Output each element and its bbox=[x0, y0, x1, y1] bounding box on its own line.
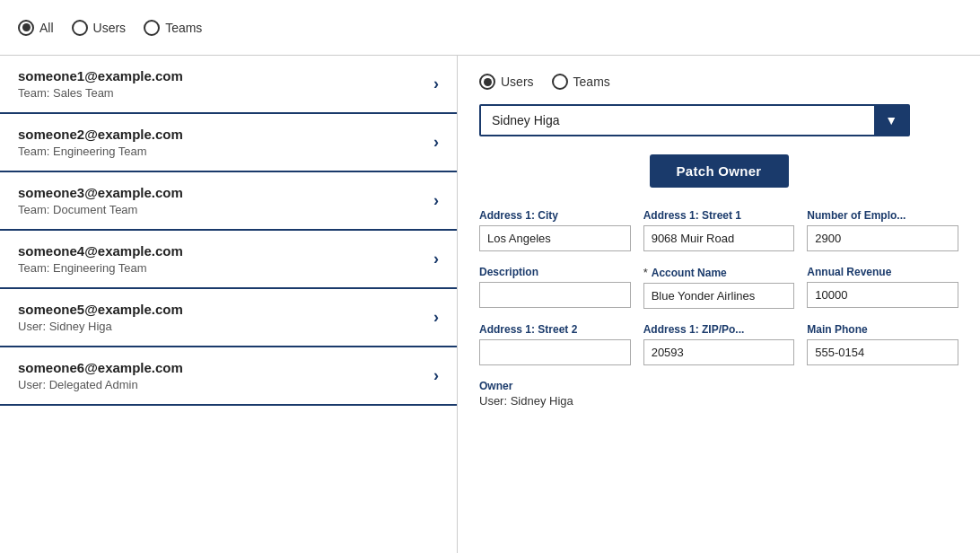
field-input[interactable] bbox=[643, 339, 795, 365]
field-input[interactable] bbox=[807, 282, 958, 308]
list-item[interactable]: someone5@example.com User: Sidney Higa › bbox=[0, 289, 457, 347]
list-item-email: someone2@example.com bbox=[18, 127, 183, 142]
list-item[interactable]: someone4@example.com Team: Engineering T… bbox=[0, 231, 457, 289]
list-item-sub: Team: Document Team bbox=[18, 203, 183, 216]
radio-users-circle bbox=[72, 20, 88, 36]
list-item-content: someone1@example.com Team: Sales Team bbox=[18, 68, 183, 100]
right-radio-bar: Users Teams bbox=[479, 74, 958, 90]
radio-all-circle bbox=[18, 20, 34, 36]
field-group: Address 1: City bbox=[479, 209, 631, 251]
radio-teams[interactable]: Teams bbox=[144, 20, 202, 36]
field-input[interactable] bbox=[643, 225, 795, 251]
field-input[interactable] bbox=[807, 225, 958, 251]
right-radio-teams[interactable]: Teams bbox=[552, 74, 610, 90]
list-item-content: someone5@example.com User: Sidney Higa bbox=[18, 302, 183, 333]
list-item-email: someone6@example.com bbox=[18, 360, 183, 375]
patch-owner-button[interactable]: Patch Owner bbox=[650, 154, 789, 188]
list-item-content: someone4@example.com Team: Engineering T… bbox=[18, 243, 183, 275]
field-label: Number of Emplo... bbox=[807, 209, 958, 222]
required-star: * bbox=[643, 266, 648, 279]
owner-section: Owner User: Sidney Higa bbox=[479, 380, 958, 408]
list-item[interactable]: someone6@example.com User: Delegated Adm… bbox=[0, 347, 457, 406]
list-item-email: someone3@example.com bbox=[18, 185, 183, 200]
radio-users[interactable]: Users bbox=[72, 20, 127, 36]
field-label: Annual Revenue bbox=[807, 266, 958, 278]
field-label: Address 1: ZIP/Po... bbox=[643, 323, 795, 336]
right-radio-teams-label: Teams bbox=[573, 75, 610, 89]
content-area: someone1@example.com Team: Sales Team › … bbox=[0, 56, 980, 553]
right-radio-users-circle bbox=[479, 74, 495, 90]
list-item-content: someone3@example.com Team: Document Team bbox=[18, 185, 183, 216]
chevron-right-icon: › bbox=[433, 191, 439, 210]
dropdown-value: Sidney Higa bbox=[481, 106, 874, 135]
field-group: Address 1: Street 2 bbox=[479, 323, 631, 365]
field-input[interactable] bbox=[479, 282, 631, 308]
list-item[interactable]: someone3@example.com Team: Document Team… bbox=[0, 172, 457, 231]
field-group: Number of Emplo... bbox=[807, 209, 958, 251]
list-item-email: someone1@example.com bbox=[18, 68, 183, 83]
chevron-down-icon: ▼ bbox=[885, 113, 897, 127]
radio-teams-circle bbox=[144, 20, 160, 36]
field-group: Address 1: Street 1 bbox=[643, 209, 795, 251]
form-grid: Address 1: CityAddress 1: Street 1Number… bbox=[479, 209, 958, 365]
chevron-right-icon: › bbox=[433, 250, 439, 268]
field-label: Description bbox=[479, 266, 631, 278]
field-label: Address 1: Street 2 bbox=[479, 323, 631, 336]
list-item-email: someone5@example.com bbox=[18, 302, 183, 317]
chevron-right-icon: › bbox=[433, 308, 439, 327]
field-group: Description bbox=[479, 266, 631, 309]
list-item[interactable]: someone1@example.com Team: Sales Team › bbox=[0, 56, 457, 114]
list-item-sub: User: Delegated Admin bbox=[18, 378, 183, 391]
field-input[interactable] bbox=[643, 283, 795, 309]
chevron-right-icon: › bbox=[433, 133, 439, 152]
field-group: * Account Name bbox=[643, 266, 795, 309]
right-radio-users-label: Users bbox=[501, 75, 534, 89]
right-radio-teams-circle bbox=[552, 74, 568, 90]
field-label: Main Phone bbox=[807, 323, 958, 336]
list-item-sub: User: Sidney Higa bbox=[18, 320, 183, 333]
list-item-email: someone4@example.com bbox=[18, 243, 183, 259]
top-radio-bar: All Users Teams bbox=[0, 0, 980, 56]
list-item-sub: Team: Sales Team bbox=[18, 86, 183, 100]
right-radio-users[interactable]: Users bbox=[479, 74, 534, 90]
dropdown-btn[interactable]: ▼ bbox=[874, 106, 908, 135]
radio-all-label: All bbox=[39, 21, 54, 35]
list-item-content: someone2@example.com Team: Engineering T… bbox=[18, 127, 183, 158]
radio-users-label: Users bbox=[93, 21, 127, 35]
radio-teams-label: Teams bbox=[165, 21, 202, 35]
list-item-sub: Team: Engineering Team bbox=[18, 145, 183, 158]
radio-all[interactable]: All bbox=[18, 20, 54, 36]
field-label: Account Name bbox=[652, 267, 727, 279]
field-group: Annual Revenue bbox=[807, 266, 958, 309]
field-input[interactable] bbox=[479, 225, 631, 251]
chevron-right-icon: › bbox=[433, 366, 439, 385]
main-container: All Users Teams someone1@example.com Tea… bbox=[0, 0, 980, 553]
field-group: Main Phone bbox=[807, 323, 958, 365]
list-item-sub: Team: Engineering Team bbox=[18, 261, 183, 275]
owner-label: Owner bbox=[479, 380, 958, 392]
right-panel: Users Teams Sidney Higa ▼ Patch Owner Ad… bbox=[458, 56, 980, 553]
left-panel: someone1@example.com Team: Sales Team › … bbox=[0, 56, 458, 553]
field-input[interactable] bbox=[807, 339, 958, 365]
field-label: Address 1: City bbox=[479, 209, 631, 222]
user-dropdown[interactable]: Sidney Higa ▼ bbox=[479, 104, 910, 136]
field-input[interactable] bbox=[479, 339, 631, 365]
list-item-content: someone6@example.com User: Delegated Adm… bbox=[18, 360, 183, 391]
owner-value: User: Sidney Higa bbox=[479, 394, 958, 408]
field-label: Address 1: Street 1 bbox=[643, 209, 795, 222]
field-group: Address 1: ZIP/Po... bbox=[643, 323, 795, 365]
chevron-right-icon: › bbox=[433, 75, 439, 93]
list-item[interactable]: someone2@example.com Team: Engineering T… bbox=[0, 114, 457, 172]
